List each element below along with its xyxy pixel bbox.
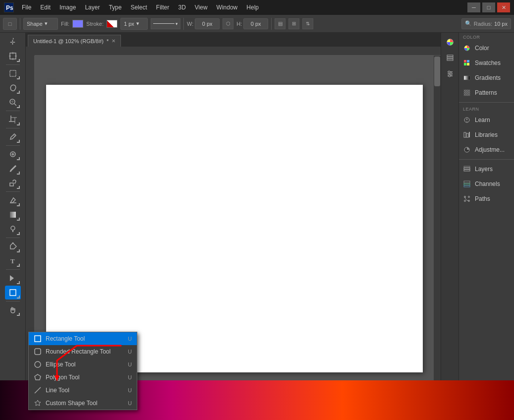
swatches-panel-item[interactable]: Swatches <box>459 56 514 70</box>
lasso-tool[interactable] <box>5 81 21 95</box>
polygon-tool-menu-item[interactable]: Polygon Tool U <box>29 371 137 384</box>
status-bar: 102% Doc: 585.9K/585.9K <box>26 410 441 420</box>
svg-point-69 <box>35 361 41 367</box>
path-operations-icon[interactable]: ▤ <box>275 18 286 29</box>
artboard-tool[interactable] <box>5 49 21 63</box>
menu-image[interactable]: Image <box>56 2 80 13</box>
title-bar: Ps File Edit Image Layer Type Select Fil… <box>0 0 514 15</box>
rectangle-tool-icon <box>34 335 42 343</box>
link-proportions-icon[interactable]: ⬡ <box>223 18 233 29</box>
window-controls[interactable]: ─ □ ✕ <box>467 2 510 12</box>
dodge-tool[interactable] <box>5 222 21 236</box>
panel-icon-color[interactable] <box>443 35 457 50</box>
stroke-swatch[interactable] <box>107 20 117 28</box>
menu-bar[interactable]: File Edit Image Layer Type Select Filter… <box>18 2 263 13</box>
maximize-button[interactable]: □ <box>482 2 495 12</box>
svg-rect-58 <box>464 168 470 169</box>
paths-panel-item[interactable]: Paths <box>459 191 514 206</box>
svg-rect-32 <box>447 59 453 60</box>
svg-rect-46 <box>464 76 470 80</box>
svg-rect-43 <box>467 60 469 62</box>
svg-point-52 <box>466 121 467 122</box>
eraser-tool[interactable] <box>5 193 21 207</box>
panel-divider-2 <box>459 159 514 160</box>
channels-icon <box>463 180 471 188</box>
width-input[interactable]: 0 px <box>195 18 220 29</box>
menu-window[interactable]: Window <box>213 2 242 13</box>
stroke-style-dropdown[interactable]: ▾ <box>151 18 180 29</box>
rounded-rectangle-tool-menu-item[interactable]: Rounded Rectangle Tool U <box>29 345 137 358</box>
stroke-size-dropdown[interactable]: 1 px ▾ <box>120 18 148 30</box>
menu-type[interactable]: Type <box>105 2 125 13</box>
eyedropper-tool[interactable] <box>5 130 21 144</box>
move-tool[interactable]: ✛ <box>5 35 21 49</box>
hand-tool[interactable] <box>5 303 21 317</box>
canvas-document[interactable] <box>46 85 423 372</box>
svg-line-71 <box>35 387 41 393</box>
line-tool-menu-item[interactable]: Line Tool U <box>29 384 137 397</box>
fill-swatch[interactable] <box>72 20 83 28</box>
svg-rect-23 <box>10 183 13 186</box>
minimize-button[interactable]: ─ <box>467 2 480 12</box>
quick-select-tool[interactable] <box>5 95 21 109</box>
color-panel-label: Color <box>475 45 489 52</box>
custom-shape-tool-menu-item[interactable]: Custom Shape Tool U <box>29 397 137 410</box>
path-alignment-icon[interactable]: ⊞ <box>288 18 299 29</box>
radius-value: 10 px <box>494 21 508 27</box>
svg-rect-42 <box>464 60 466 62</box>
channels-panel-item[interactable]: Channels <box>459 177 514 191</box>
shape-tool-dropdown[interactable]: Rectangle Tool U Rounded Rectangle Tool … <box>28 332 137 410</box>
close-button[interactable]: ✕ <box>497 2 510 12</box>
canvas-tabs: Untitled-1 @ 102% (RGB/8#) * ✕ <box>26 33 441 47</box>
libraries-panel-item[interactable]: Libraries <box>459 127 514 142</box>
right-scrollbar[interactable] <box>434 56 441 401</box>
patterns-icon <box>463 89 471 97</box>
crop-tool[interactable] <box>5 113 21 126</box>
rectangle-tool-menu-item[interactable]: Rectangle Tool U <box>29 332 137 345</box>
learn-panel-item[interactable]: Learn <box>459 113 514 127</box>
menu-3d[interactable]: 3D <box>174 2 189 13</box>
gradients-panel-item[interactable]: Gradients <box>459 70 514 85</box>
pen-tool[interactable] <box>5 240 21 253</box>
tool-shape-icon[interactable]: □ <box>3 18 17 30</box>
gradient-tool[interactable] <box>5 208 21 222</box>
tab-close-button[interactable]: ✕ <box>112 38 115 44</box>
type-tool[interactable]: T <box>5 254 21 268</box>
ruler-corner <box>26 47 35 56</box>
height-label: H: <box>236 21 242 27</box>
svg-rect-33 <box>447 57 453 59</box>
brush-tool[interactable] <box>5 162 21 176</box>
menu-filter[interactable]: Filter <box>152 2 173 13</box>
path-selection-tool[interactable] <box>5 271 21 285</box>
line-tool-icon <box>34 386 42 394</box>
menu-edit[interactable]: Edit <box>36 2 55 13</box>
menu-view[interactable]: View <box>191 2 212 13</box>
stroke-label: Stroke: <box>86 21 104 27</box>
menu-file[interactable]: File <box>18 2 35 13</box>
panel-icon-adjustments[interactable] <box>443 66 457 81</box>
shape-tool[interactable] <box>5 286 21 300</box>
ellipse-tool-menu-item[interactable]: Ellipse Tool U <box>29 358 137 371</box>
adjustments-panel-item[interactable]: Adjustme... <box>459 142 514 157</box>
menu-select[interactable]: Select <box>126 2 151 13</box>
panel-divider-1 <box>459 102 514 103</box>
vertical-scrollbar-thumb[interactable] <box>434 57 440 86</box>
menu-help[interactable]: Help <box>242 2 263 13</box>
canvas-tab-active[interactable]: Untitled-1 @ 102% (RGB/8#) * ✕ <box>28 35 121 47</box>
spot-healing-tool[interactable] <box>5 147 21 161</box>
height-input[interactable]: 0 px <box>243 18 268 29</box>
patterns-panel-item[interactable]: Patterns <box>459 85 514 100</box>
color-panel-item[interactable]: Color <box>459 41 514 56</box>
tool-sep5 <box>6 191 20 192</box>
clone-stamp-tool[interactable] <box>5 176 21 190</box>
search-box[interactable]: 🔍 Radius: 10 px <box>461 18 511 29</box>
path-arrangement-icon[interactable]: ⇅ <box>302 18 313 29</box>
shape-mode-dropdown[interactable]: Shape ▾ <box>23 18 58 30</box>
menu-layer[interactable]: Layer <box>81 2 104 13</box>
panel-icon-layers[interactable] <box>443 51 457 65</box>
adjustments-panel-label: Adjustme... <box>475 146 505 153</box>
layers-panel-item[interactable]: Layers <box>459 162 514 177</box>
tool-sep7 <box>6 269 20 270</box>
svg-point-65 <box>464 200 466 202</box>
rectangular-marquee-tool[interactable] <box>5 66 21 80</box>
